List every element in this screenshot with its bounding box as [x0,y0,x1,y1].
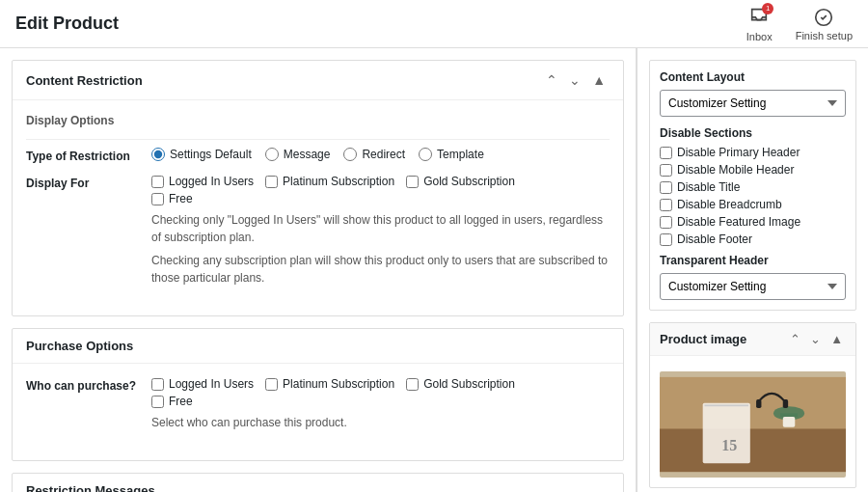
svg-rect-7 [780,413,798,417]
display-gold-subscription[interactable]: Gold Subscription [406,175,515,188]
radio-template-input[interactable] [419,148,432,161]
right-panel: Content Layout Customizer Setting Option… [637,48,868,492]
radio-settings-default-input[interactable] [151,148,165,161]
section-expand-button[interactable]: ▲ [588,70,610,90]
finish-setup-icon [813,7,834,28]
display-for-desc1: Checking only "Logged In Users" will sho… [151,211,610,246]
display-gold-subscription-input[interactable] [406,176,419,188]
disable-primary-header-item: Disable Primary Header [660,146,846,159]
disable-breadcrumb-input[interactable] [660,199,672,211]
left-panel: Content Restriction ⌃ ⌄ ▲ Display Option… [0,48,637,492]
disable-footer-input[interactable] [660,233,672,246]
disable-breadcrumb-item: Disable Breadcrumb [660,198,846,211]
purchase-logged-in-users[interactable]: Logged In Users [151,377,254,391]
display-logged-in-users-input[interactable] [151,176,164,188]
topbar-actions: 1 Inbox Finish setup [746,6,853,42]
separator [26,139,610,140]
display-for-row1: Logged In Users Platinum Subscription Go… [151,175,610,188]
purchase-gold-subscription-label: Gold Subscription [423,377,515,391]
product-image-down-button[interactable]: ⌄ [807,331,824,347]
transparent-header-label: Transparent Header [660,254,846,267]
radio-redirect-input[interactable] [343,148,357,161]
product-image-up-button[interactable]: ⌃ [787,331,803,347]
svg-rect-10 [783,399,788,408]
display-platinum-subscription-input[interactable] [265,176,278,188]
display-platinum-subscription[interactable]: Platinum Subscription [265,175,394,188]
disable-title-input[interactable] [660,181,672,194]
purchase-options-title: Purchase Options [26,339,133,353]
radio-template[interactable]: Template [419,148,484,161]
display-for-row2: Free [151,192,610,205]
disable-footer-label: Disable Footer [677,232,752,246]
restriction-messages-section: Restriction Messages [12,473,624,492]
content-restriction-body: Display Options Type of Restriction Sett… [13,100,623,315]
disable-mobile-header-input[interactable] [660,164,672,177]
radio-message[interactable]: Message [265,148,331,161]
svg-rect-9 [756,399,761,408]
purchase-logged-in-users-input[interactable] [151,378,164,391]
display-for-content: Logged In Users Platinum Subscription Go… [151,175,610,290]
product-image-controls: ⌃ ⌄ ▲ [787,331,846,347]
transparent-header-select[interactable]: Customizer Setting Option 1 [660,273,846,300]
display-gold-subscription-label: Gold Subscription [423,175,515,188]
content-layout-select[interactable]: Customizer Setting Option 1 Option 2 [660,90,846,117]
disable-featured-image-input[interactable] [660,216,672,229]
radio-message-input[interactable] [265,148,279,161]
purchase-platinum-subscription[interactable]: Platinum Subscription [265,377,394,391]
purchase-platinum-subscription-label: Platinum Subscription [283,377,394,391]
finish-setup-button[interactable]: Finish setup [796,7,853,41]
purchase-platinum-subscription-input[interactable] [265,378,278,391]
disable-title-label: Disable Title [677,180,740,194]
disable-breadcrumb-label: Disable Breadcrumb [677,198,782,211]
display-platinum-subscription-label: Platinum Subscription [283,175,394,188]
content-layout-body: Content Layout Customizer Setting Option… [650,61,855,310]
transparent-header-section: Transparent Header Customizer Setting Op… [660,254,846,300]
display-for-row: Display For Logged In Users Platinum Sub… [26,175,610,290]
purchase-gold-subscription[interactable]: Gold Subscription [406,377,515,391]
svg-rect-2 [660,428,846,472]
purchase-row2: Free [151,395,610,408]
content-layout-label: Content Layout [660,70,846,84]
topbar: Edit Product 1 Inbox Finish setup [0,0,868,48]
who-can-purchase-row: Who can purchase? Logged In Users Platin… [26,377,610,435]
who-can-purchase-label: Who can purchase? [26,377,151,435]
inbox-badge-container: 1 [748,6,770,29]
product-image-svg: 15 [660,371,846,478]
display-free[interactable]: Free [151,192,193,205]
display-for-desc2: Checking any subscription plan will show… [151,252,610,287]
svg-text:15: 15 [721,437,737,453]
product-image-placeholder: 15 [660,371,846,478]
who-can-purchase-content: Logged In Users Platinum Subscription Go… [151,377,610,435]
restriction-type-radio-group: Settings Default Message Redirect [151,148,610,161]
purchase-options-body: Who can purchase? Logged In Users Platin… [13,364,623,460]
inbox-badge: 1 [762,3,773,14]
radio-settings-default[interactable]: Settings Default [151,148,252,161]
finish-setup-label: Finish setup [796,30,853,41]
product-image-widget: Product image ⌃ ⌄ ▲ [649,322,856,488]
svg-rect-3 [703,403,750,464]
purchase-logged-in-users-label: Logged In Users [169,377,254,391]
section-collapse-up-button[interactable]: ⌃ [542,70,561,90]
radio-message-label: Message [284,148,331,161]
disable-primary-header-input[interactable] [660,147,672,159]
type-of-restriction-label: Type of Restriction [26,148,151,163]
purchase-free-input[interactable] [151,396,164,408]
content-restriction-header: Content Restriction ⌃ ⌄ ▲ [13,61,623,100]
content-restriction-section: Content Restriction ⌃ ⌄ ▲ Display Option… [12,60,624,316]
type-of-restriction-row: Type of Restriction Settings Default Mes… [26,148,610,163]
purchase-gold-subscription-input[interactable] [406,378,419,391]
content-layout-widget: Content Layout Customizer Setting Option… [649,60,856,311]
svg-rect-4 [704,404,748,406]
product-image-expand-button[interactable]: ▲ [827,331,846,347]
section-collapse-down-button[interactable]: ⌄ [565,70,584,90]
display-free-input[interactable] [151,193,164,205]
display-logged-in-users[interactable]: Logged In Users [151,175,254,188]
disable-mobile-header-item: Disable Mobile Header [660,163,846,177]
display-free-label: Free [169,192,193,205]
purchase-options-header: Purchase Options [13,329,623,364]
purchase-free[interactable]: Free [151,395,193,408]
inbox-button[interactable]: 1 Inbox [746,6,773,42]
product-image-header: Product image ⌃ ⌄ ▲ [650,323,855,356]
radio-redirect[interactable]: Redirect [343,148,405,161]
display-logged-in-users-label: Logged In Users [169,175,254,188]
